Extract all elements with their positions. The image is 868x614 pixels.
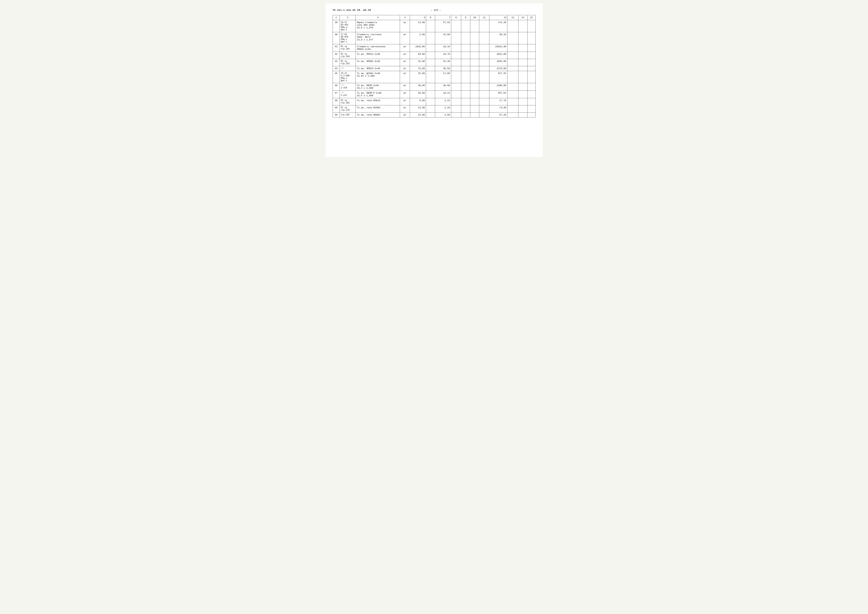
row-11-col-4: шт (400, 105, 410, 113)
row-8-col-12: 1390,80 (489, 83, 507, 91)
row-5-col-15 (527, 59, 535, 66)
row-4-col-12: 1851,80 (489, 52, 507, 59)
row-7-col-13 (507, 71, 518, 83)
col-header-5: 5 (410, 15, 426, 20)
row-10-col-1: 48 (333, 98, 339, 105)
row-2-col-10 (470, 32, 479, 44)
row-12-col-4: шт (400, 113, 410, 118)
row-3-col-2: П1 чу стр.183 (339, 44, 356, 52)
row-2-col-6 (426, 32, 435, 44)
row-6-col-9 (461, 66, 470, 71)
table-row: 4515–17 п.3-098 Общ.ч Цен.1То же, ДС002-… (333, 71, 535, 83)
row-5-col-10 (470, 59, 479, 66)
row-7-col-1: 45 (333, 71, 339, 83)
table-row: 43П1 чу стр.183То же, ЛП002-4х20шт32,003… (333, 59, 535, 66)
row-12-col-1: 50 (333, 113, 339, 118)
row-5-col-12: 1036,80 (489, 59, 507, 66)
row-1-col-5: 13,00 (410, 20, 426, 32)
table-row: 50стр.182То же, типа НБ005.шт22,002,6057… (333, 113, 535, 118)
row-1-col-12: 741,39 (489, 20, 507, 32)
row-3-col-3: Стоимость светильника ЛП002-2х40. (356, 44, 400, 52)
main-table: 1 2 3 4 5 6 7 8 9 10 11 12 13 14 15 3915… (333, 15, 536, 118)
row-1-col-1: 39 (333, 20, 339, 32)
row-1-col-11 (479, 20, 489, 32)
row-10-col-3: То же, типа НП019. (356, 98, 400, 105)
row-3-col-5: 1010,00 (410, 44, 426, 52)
row-2-col-13 (507, 32, 518, 44)
row-1-col-9 (461, 20, 470, 32)
row-11-col-15 (527, 105, 535, 113)
row-10-col-15 (527, 98, 535, 105)
row-7-col-6 (426, 71, 435, 83)
row-9-col-2: –"– 1–147 (339, 91, 356, 98)
row-2-col-8 (451, 32, 461, 44)
row-10-col-14 (518, 98, 527, 105)
row-4-col-11 (479, 52, 489, 59)
row-6-col-13 (507, 66, 518, 71)
row-5-col-11 (479, 59, 489, 66)
row-1-col-15 (527, 20, 535, 32)
row-11-col-6 (426, 105, 435, 113)
row-6-col-2: –"– (339, 66, 356, 71)
row-10-col-13 (507, 98, 518, 105)
row-9-col-10 (470, 91, 479, 98)
col-header-14: 14 (518, 15, 527, 20)
row-8-col-15 (527, 83, 535, 91)
row-12-col-10 (470, 113, 479, 118)
row-10-col-12: 17,76 (489, 98, 507, 105)
col-header-11: 11 (479, 15, 489, 20)
row-12-col-12: 57,20 (489, 113, 507, 118)
row-6-col-3: То же, ЛП025-2х40 (356, 66, 400, 71)
row-8-col-1: 46 (333, 83, 339, 91)
row-10-col-7: 2,22 (435, 98, 451, 105)
row-4-col-15 (527, 52, 535, 59)
row-7-col-10 (470, 71, 479, 83)
row-12-col-11 (479, 113, 489, 118)
row-4-col-8 (451, 52, 461, 59)
row-11-col-8 (451, 105, 461, 113)
row-11-col-14 (518, 105, 527, 113)
row-9-col-6 (426, 91, 435, 98)
row-1-col-13 (507, 20, 518, 32)
row-6-col-10 (470, 66, 479, 71)
row-2-col-1: 40 (333, 32, 339, 44)
row-1-col-14 (518, 20, 527, 32)
row-9-col-14 (518, 91, 527, 98)
row-4-col-6 (426, 52, 435, 59)
row-10-col-8 (451, 98, 461, 105)
row-1-col-6 (426, 20, 435, 32)
row-9-col-13 (507, 91, 518, 98)
row-12-col-13 (507, 113, 518, 118)
col-header-4: 4 (400, 15, 410, 20)
row-2-col-4: шт (400, 32, 410, 44)
row-7-col-4: шт (400, 71, 410, 83)
table-row: 4017–01 08–033 Общ.ч Цен.1Стоимость счет… (333, 32, 535, 44)
row-5-col-6 (426, 59, 435, 66)
row-4-col-10 (470, 52, 479, 59)
header-center: – 124 – (431, 9, 441, 12)
row-8-col-6 (426, 83, 435, 91)
row-1-col-7: 57,03 (435, 20, 451, 32)
row-9-col-9 (461, 91, 470, 98)
row-6-col-5: 78,00 (410, 66, 426, 71)
col-header-2: 2 (339, 15, 356, 20)
row-6-col-4: шт (400, 66, 410, 71)
row-2-col-5: 2,00 (410, 32, 426, 44)
row-6-col-12: 2379,00 (489, 66, 507, 71)
row-7-col-15 (527, 71, 535, 83)
row-7-col-14 (518, 71, 527, 83)
row-12-col-6 (426, 113, 435, 118)
row-11-col-1: 49 (333, 105, 339, 113)
row-7-col-11 (479, 71, 489, 83)
row-6-col-6 (426, 66, 435, 71)
row-5-col-8 (451, 59, 461, 66)
col-header-10: 10 (470, 15, 479, 20)
col-header-6: 6 (426, 15, 435, 20)
row-4-col-5: 94,00 (410, 52, 426, 59)
col-header-1: 1 (333, 15, 339, 20)
row-10-col-10 (470, 98, 479, 105)
row-3-col-8 (451, 44, 461, 52)
row-7-col-12: 427,25 (489, 71, 507, 83)
row-1-col-4: шт (400, 20, 410, 32)
row-4-col-13 (507, 52, 518, 59)
